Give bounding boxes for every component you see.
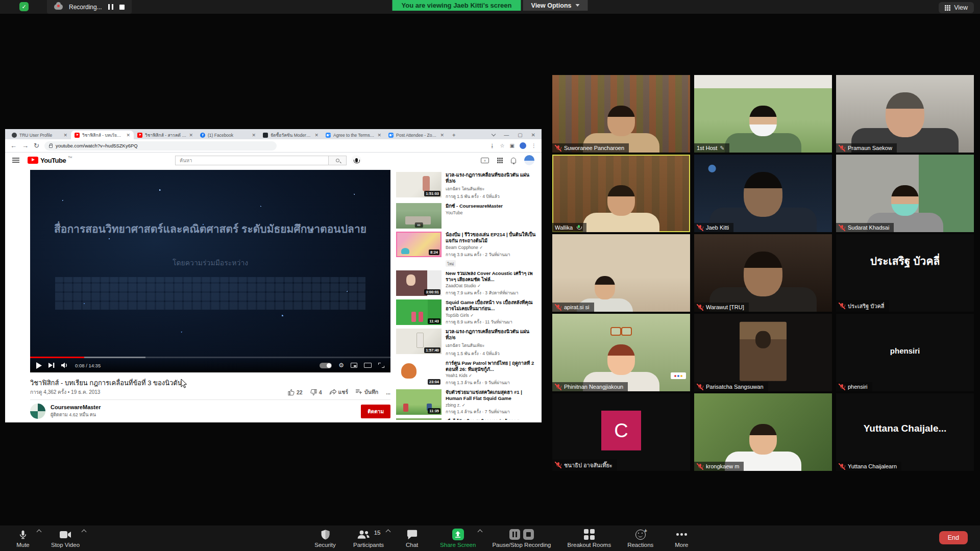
security-button[interactable]: Security [305, 525, 345, 551]
miniplayer-icon[interactable] [351, 363, 357, 368]
end-meeting-button[interactable]: End [939, 531, 968, 544]
next-button[interactable] [48, 362, 55, 368]
browser-tab[interactable]: TRU User Profile✕ [8, 131, 71, 139]
video-player[interactable]: สื่อการสอนวิทยาศาสตร์และคณิตศาสตร์ ระดับ… [30, 170, 390, 372]
browser-tab[interactable]: จัดซื้อวัคซีน Moderna 1 เข็ม ที่...✕ [259, 131, 322, 139]
minimize-window-icon[interactable]: — [504, 132, 509, 138]
autoplay-toggle[interactable] [320, 363, 332, 368]
close-tab-icon[interactable]: ✕ [189, 133, 193, 138]
close-tab-icon[interactable]: ✕ [440, 133, 444, 138]
browser-tab[interactable]: Post Attendee - Zoom✕ [385, 131, 448, 139]
bookmark-star-icon[interactable]: ☆ [500, 143, 505, 148]
participant-tile[interactable]: Phinitnan Neangjiakoun [552, 314, 690, 391]
share-button[interactable]: แชร์ [330, 388, 349, 396]
participants-caret[interactable] [386, 530, 391, 535]
back-icon[interactable]: ← [10, 142, 17, 149]
participant-tile[interactable]: Pramaun Saekow [836, 75, 974, 153]
suggested-video[interactable]: 8:24 น้องบีม | รีวิวของเล่น EP214 | ปั้น… [396, 232, 537, 267]
view-options-dropdown[interactable]: View Options [523, 0, 588, 11]
close-tab-icon[interactable]: ✕ [63, 133, 67, 138]
suggested-video[interactable]: 11:35 เมื่อได้รับเชิญ สควิดเกม เล่นลุ้นต… [396, 418, 537, 420]
close-tab-icon[interactable]: ✕ [314, 133, 318, 138]
view-button[interactable]: View [939, 2, 974, 13]
participant-tile-active-speaker[interactable]: Wallika [552, 155, 690, 232]
suggested-video[interactable]: 1:57:40 มวล-แรง-กฎการเคลื่อนที่ของนิวตัน… [396, 329, 537, 357]
pause-recording-icon[interactable] [509, 529, 520, 540]
channel-avatar[interactable] [30, 404, 45, 419]
close-tab-icon[interactable]: ✕ [252, 133, 256, 138]
participant-tile[interactable]: Warawut [TRU] [694, 234, 832, 312]
pause-stop-recording-button[interactable]: Pause/Stop Recording [484, 525, 559, 551]
share-screen-button[interactable]: Share Screen [432, 525, 484, 551]
browser-tab-active[interactable]: วิชาฟิสิกส์ - บทเรียน กฎการเคลื่อนที่...… [71, 131, 134, 139]
browser-tab[interactable]: Agree to the Terms of Service - ✕ [322, 131, 385, 139]
download-icon[interactable]: ⭳ [490, 143, 495, 148]
suggested-video[interactable]: 11:43 Squid Game เบื้องหน้า Vs เบื้องหลั… [396, 299, 537, 325]
save-button[interactable]: บันทึก [356, 388, 378, 396]
participant-tile[interactable]: Yuttana Chaijale... Yuttana Chaijalearn [836, 393, 974, 471]
chat-button[interactable]: Chat [392, 525, 432, 551]
hamburger-menu-icon[interactable] [12, 158, 19, 163]
youtube-account-avatar[interactable] [524, 155, 534, 165]
suggested-video[interactable]: 11:35 จับตัวช่วยมาแข่งสควิดเกมสุดฮา #1 |… [396, 389, 537, 415]
participant-tile[interactable]: ประเสริฐ บัวคลี่ ประเสริฐ บัวคลี่ [836, 234, 974, 312]
breakout-rooms-button[interactable]: Breakout Rooms [559, 525, 620, 551]
reactions-button[interactable]: + Reactions [619, 525, 662, 551]
participant-tile[interactable]: krongkaew m [694, 393, 832, 471]
address-bar[interactable]: youtube.com/watch?v=hud5SZKy6PQ [44, 141, 277, 151]
suggested-video[interactable]: 1:51:03 มวล-แรง-กฎการเคลื่อนที่ของนิวตัน… [396, 172, 537, 200]
channel-name[interactable]: CoursewareMaster [51, 404, 101, 410]
search-input[interactable] [175, 156, 328, 165]
stop-video-button[interactable]: Stop Video [43, 525, 88, 551]
mute-button[interactable]: Mute [3, 525, 43, 551]
volume-icon[interactable] [61, 362, 68, 368]
participant-tile[interactable]: C ชนาธิป อาจสันเที๊ยะ [552, 393, 690, 471]
participant-tile[interactable]: Suworanee Pancharoen [552, 75, 690, 153]
browser-profile-avatar[interactable] [520, 142, 526, 149]
voice-search-button[interactable] [351, 155, 361, 165]
play-button[interactable] [36, 362, 42, 369]
video-options-caret[interactable] [82, 530, 87, 535]
search-button[interactable] [328, 156, 347, 165]
tab-search-icon[interactable] [492, 132, 496, 136]
theater-mode-icon[interactable] [364, 363, 372, 368]
browser-menu-icon[interactable]: ⋮ [531, 143, 536, 148]
new-tab-button[interactable]: ＋ [450, 131, 458, 139]
participants-button[interactable]: 15 Participants [345, 525, 392, 551]
more-actions-button[interactable]: ... [386, 389, 390, 395]
pause-recording-icon[interactable] [108, 4, 113, 10]
stop-recording-icon[interactable] [119, 5, 125, 10]
participant-tile[interactable]: Jaeb Kitti [694, 155, 832, 232]
youtube-apps-icon[interactable] [497, 158, 503, 163]
suggested-video[interactable]: ∞ มิกซ์ - CoursewareMasterYouTube [396, 203, 537, 229]
fullscreen-icon[interactable] [378, 363, 384, 368]
reload-icon[interactable]: ↻ [34, 142, 39, 149]
settings-gear-icon[interactable]: ⚙ [338, 362, 344, 368]
like-button[interactable]: 22 [288, 389, 303, 395]
participant-tile[interactable]: 1st Host✎ [694, 75, 832, 153]
close-window-icon[interactable]: ✕ [531, 132, 535, 138]
youtube-logo[interactable]: YouTube TH [28, 157, 72, 164]
channel-row: CoursewareMaster ผู้ติดตาม 4.62 หมื่น คน… [30, 404, 390, 419]
extensions-icon[interactable]: ▣ [510, 143, 514, 148]
share-options-caret[interactable] [478, 530, 483, 535]
more-button[interactable]: More [662, 525, 701, 551]
maximize-window-icon[interactable]: ▢ [518, 132, 522, 138]
browser-tab[interactable]: f(1) Facebook✕ [197, 131, 259, 139]
stop-recording-icon[interactable] [523, 529, 534, 540]
forward-icon[interactable]: → [22, 142, 29, 149]
subscribe-button[interactable]: ติดตาม [361, 405, 390, 418]
browser-tab[interactable]: วิชาฟิสิกส์ - สารคดี ฟิสิกส์ของเทอ...✕ [134, 131, 197, 139]
mute-options-caret[interactable] [37, 530, 42, 535]
participant-tile[interactable]: phensiri phensiri [836, 314, 974, 391]
create-video-icon[interactable]: ＋ [481, 158, 489, 163]
dislike-button[interactable]: 4 [310, 389, 322, 395]
participant-tile[interactable]: Sudarat Khadsai [836, 155, 974, 232]
suggested-video[interactable]: 3:00:01 New รวมเพลง Cover Acoustic เศร้า… [396, 270, 537, 296]
suggested-video[interactable]: 23:04 การ์ตูน Paw Patrol พากย์ไทย | ฤดูก… [396, 360, 537, 386]
notifications-bell-icon[interactable] [511, 158, 516, 163]
close-tab-icon[interactable]: ✕ [126, 133, 130, 138]
participant-tile[interactable]: apirat.si si [552, 234, 690, 312]
close-tab-icon[interactable]: ✕ [377, 133, 381, 138]
participant-tile[interactable]: Parisatcha Sangsuwan [694, 314, 832, 391]
